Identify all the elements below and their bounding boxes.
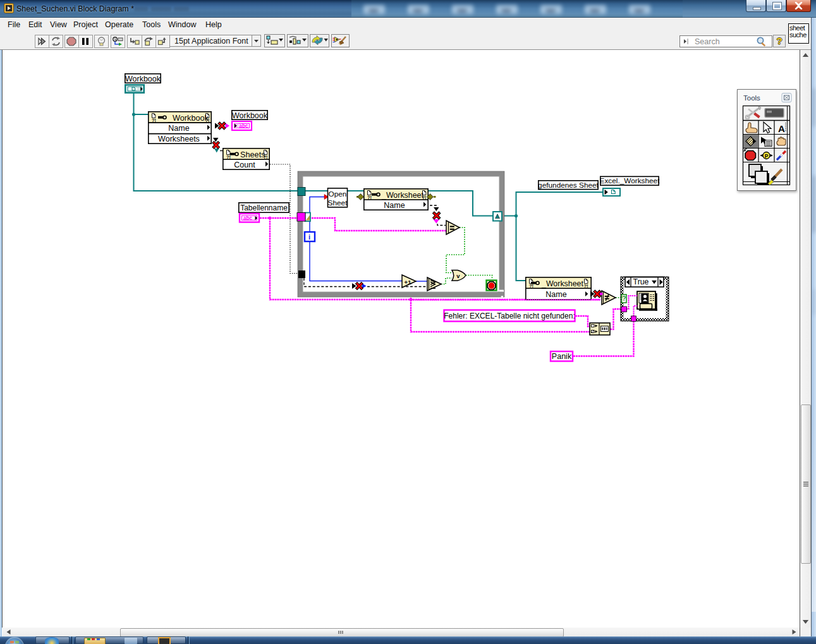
svg-text:gefundenes Sheet: gefundenes Sheet	[538, 181, 599, 190]
svg-text:Name: Name	[168, 124, 189, 133]
svg-text:P: P	[765, 153, 769, 159]
svg-text:True: True	[633, 277, 649, 286]
svg-text:abc: abc	[243, 215, 253, 221]
svg-text:?!: ?!	[367, 195, 372, 200]
svg-text:Open: Open	[329, 190, 347, 198]
svg-text:Name: Name	[545, 290, 566, 299]
svg-text:_Worksheet: _Worksheet	[381, 191, 423, 200]
svg-text:?!: ?!	[152, 118, 156, 123]
svg-text:Excel._Worksheet: Excel._Worksheet	[600, 176, 661, 185]
svg-text:Tools: Tools	[743, 94, 760, 102]
svg-text:i: i	[308, 233, 310, 241]
svg-text:v: v	[456, 272, 460, 279]
svg-text:_Workbook: _Workbook	[167, 114, 209, 123]
svg-text:A: A	[778, 123, 785, 134]
svg-text:Fehler: EXCEL-Tabelle nicht ge: Fehler: EXCEL-Tabelle nicht gefunden:	[444, 312, 575, 320]
svg-text:Count: Count	[234, 161, 255, 169]
svg-text:?: ?	[622, 295, 626, 302]
svg-text:+1: +1	[405, 279, 412, 286]
svg-text:Sheets: Sheets	[240, 150, 265, 159]
svg-text:Name: Name	[384, 201, 405, 210]
svg-text:Sheet: Sheet	[328, 198, 348, 207]
svg-text:Tabellenname: Tabellenname	[240, 204, 288, 212]
svg-text:Worksheets: Worksheets	[158, 135, 200, 143]
svg-text:abc: abc	[239, 123, 248, 129]
svg-text:?!: ?!	[584, 283, 588, 289]
svg-text:Workbook: Workbook	[232, 111, 268, 120]
svg-text:Workbook: Workbook	[125, 75, 161, 83]
svg-text:Panik: Panik	[552, 352, 572, 361]
svg-text:_Worksheet: _Worksheet	[541, 279, 583, 288]
